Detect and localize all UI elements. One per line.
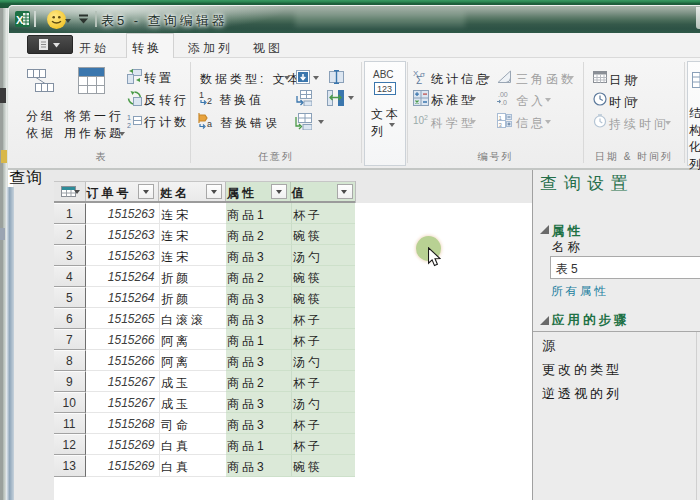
- svg-text:.0: .0: [501, 99, 507, 106]
- svg-text:1: 1: [127, 114, 131, 121]
- svg-text:X: X: [16, 14, 24, 26]
- svg-text:2: 2: [127, 122, 131, 128]
- svg-text:a: a: [207, 119, 212, 129]
- svg-text:.00: .00: [498, 91, 508, 98]
- svg-text:10: 10: [413, 115, 425, 126]
- svg-text:2: 2: [207, 96, 212, 105]
- svg-text:2: 2: [424, 114, 428, 121]
- svg-text:123: 123: [377, 84, 392, 94]
- svg-text:Σ: Σ: [416, 75, 422, 84]
- svg-text:1: 1: [199, 90, 204, 100]
- svg-text:ABC: ABC: [373, 69, 394, 80]
